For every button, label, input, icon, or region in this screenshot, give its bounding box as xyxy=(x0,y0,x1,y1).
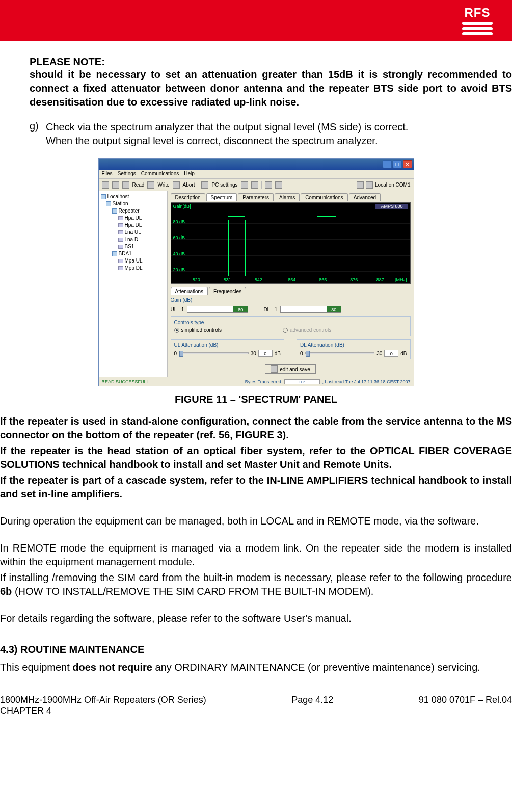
statusbar: READ SUCCESSFULL Bytes Transferred: 0% ;… xyxy=(99,377,414,386)
close-button[interactable]: × xyxy=(403,160,412,168)
footer-chapter: CHAPTER 4 xyxy=(0,705,206,716)
connection-icon xyxy=(357,181,364,189)
para-7: For details regarding the software, plea… xyxy=(0,612,512,625)
connection-label: Local on COM1 xyxy=(375,182,410,188)
menu-communications[interactable]: Communications xyxy=(141,171,179,177)
xtick-865: 865 xyxy=(319,277,327,282)
controls-type-group: Controls type simplified controls advanc… xyxy=(171,316,411,336)
module-icon xyxy=(118,245,123,249)
subtab-attenuations[interactable]: Attenuations xyxy=(171,287,208,295)
ytick-80: 80 dB xyxy=(173,219,185,224)
footer-page-prefix: Page xyxy=(291,695,315,705)
tab-alarms[interactable]: Alarms xyxy=(275,193,300,201)
dl-att-title: DL Attenuation (dB) xyxy=(300,342,407,348)
para-6: If installing /removing the SIM card fro… xyxy=(0,571,512,598)
spectrum-chart: Gain[dB] AMPS 800 80 dB 60 dB 40 dB 20 d… xyxy=(171,202,411,284)
toolbar-write[interactable]: Write xyxy=(157,182,169,188)
slider-max: 30 xyxy=(376,351,382,356)
pc-small-icon xyxy=(366,181,373,189)
repeater-icon xyxy=(112,208,117,214)
tree-rep-2[interactable]: Lna UL xyxy=(125,229,141,235)
list-text-g1: Check via the spectrum analyzer that the… xyxy=(46,120,408,134)
abort-icon[interactable] xyxy=(173,181,180,189)
tool-icon-1[interactable] xyxy=(241,181,248,189)
page-footer: 1800MHz-1900MHz Off-Air Repeaters (OR Se… xyxy=(0,695,512,721)
maximize-button[interactable]: □ xyxy=(393,160,402,168)
ul-att-slider[interactable] xyxy=(179,352,249,354)
save-icon[interactable] xyxy=(102,181,109,189)
tree-bda[interactable]: BDA1 xyxy=(119,251,132,256)
tab-communications[interactable]: Communications xyxy=(301,193,347,201)
subtab-frequencies[interactable]: Frequencies xyxy=(209,287,246,295)
tool-icon-3[interactable] xyxy=(265,181,272,189)
minimize-button[interactable]: _ xyxy=(383,160,392,168)
tree-rep-3[interactable]: Lna DL xyxy=(125,237,141,242)
toolbar-pc-settings[interactable]: PC settings xyxy=(211,182,237,188)
toolbar: Read Write Abort PC settings xyxy=(99,179,414,191)
tab-parameters[interactable]: Parameters xyxy=(238,193,274,201)
tab-advanced[interactable]: Advanced xyxy=(349,193,381,201)
menu-files[interactable]: Files xyxy=(102,171,113,177)
pc-icon[interactable] xyxy=(201,181,208,189)
menu-settings[interactable]: Settings xyxy=(118,171,136,177)
tree-rep-0[interactable]: Hpa UL xyxy=(125,215,142,221)
ytick-40: 40 dB xyxy=(173,251,185,256)
xtick-820: 820 xyxy=(193,277,200,282)
figure-11: _ □ × Files Settings Communications Help… xyxy=(0,158,512,386)
slider-max: 30 xyxy=(251,351,256,356)
edit-save-button[interactable]: edit and save xyxy=(265,364,316,374)
header-bar: RFS xyxy=(0,0,512,41)
gain-ul-field[interactable]: 80 xyxy=(187,306,248,313)
titlebar: _ □ × xyxy=(99,159,414,170)
bytes-progress: 0% xyxy=(284,379,320,384)
tree-root[interactable]: Localhost xyxy=(107,194,129,199)
radio-icon xyxy=(174,328,179,333)
ul-att-spinner[interactable]: 0 xyxy=(258,350,273,357)
dl-att-spinner[interactable]: 0 xyxy=(384,350,398,357)
spectrum-ylabel: Gain[dB] xyxy=(173,204,191,209)
dl-att-slider[interactable] xyxy=(305,352,375,354)
tab-description[interactable]: Description xyxy=(171,193,205,201)
ytick-60: 60 dB xyxy=(173,235,185,240)
tree-bda-1[interactable]: Mpa DL xyxy=(125,265,143,271)
tree-pane[interactable]: Localhost Station Repeater Hpa UL Hpa DL… xyxy=(99,191,168,377)
tree-bda-0[interactable]: Mpa UL xyxy=(125,258,143,264)
section-4-3-body: This equipment does not require any ORDI… xyxy=(0,661,512,674)
open-icon[interactable] xyxy=(112,181,119,189)
host-icon xyxy=(101,194,106,199)
tree-station[interactable]: Station xyxy=(113,201,128,206)
radio-advanced[interactable]: advanced controls xyxy=(283,327,331,333)
tree-rep-4[interactable]: BS1 xyxy=(125,244,134,249)
read-icon[interactable] xyxy=(122,181,129,189)
spectrum-peak xyxy=(317,216,336,217)
para-3: If the repeater is part of a cascade sys… xyxy=(0,474,512,501)
tree-rep-1[interactable]: Hpa DL xyxy=(125,222,142,228)
slider-min: 0 xyxy=(174,351,177,356)
menu-help[interactable]: Help xyxy=(184,171,195,177)
x-unit: [MHz] xyxy=(395,277,407,282)
slider-thumb-icon[interactable] xyxy=(306,351,310,357)
sub-tabs: Attenuations Frequencies xyxy=(171,287,411,295)
spectrum-pulse xyxy=(317,220,317,276)
tool-icon-4[interactable] xyxy=(275,181,282,189)
tool-icon-2[interactable] xyxy=(251,181,258,189)
main-tabs: Description Spectrum Parameters Alarms C… xyxy=(171,193,411,201)
app-window: _ □ × Files Settings Communications Help… xyxy=(98,158,414,386)
toolbar-abort[interactable]: Abort xyxy=(183,182,195,188)
logo-waves-icon xyxy=(462,22,493,35)
xtick-854: 854 xyxy=(288,277,295,282)
gain-dl-value: 80 xyxy=(327,306,341,312)
write-icon[interactable] xyxy=(147,181,154,189)
slider-thumb-icon[interactable] xyxy=(179,351,183,357)
spectrum-peak xyxy=(228,216,245,217)
gain-dl-label: DL - 1 xyxy=(263,307,277,312)
xtick-842: 842 xyxy=(255,277,262,282)
radio-simplified[interactable]: simplified controls xyxy=(174,327,222,333)
bytes-label: Bytes Transferred: xyxy=(245,379,283,384)
tab-spectrum[interactable]: Spectrum xyxy=(206,193,237,201)
xtick-887: 887 xyxy=(376,277,384,282)
para-2: If the repeater is the head station of a… xyxy=(0,444,512,472)
tree-repeater[interactable]: Repeater xyxy=(119,208,140,214)
toolbar-read[interactable]: Read xyxy=(132,182,145,188)
gain-dl-field[interactable]: 80 xyxy=(280,306,341,313)
